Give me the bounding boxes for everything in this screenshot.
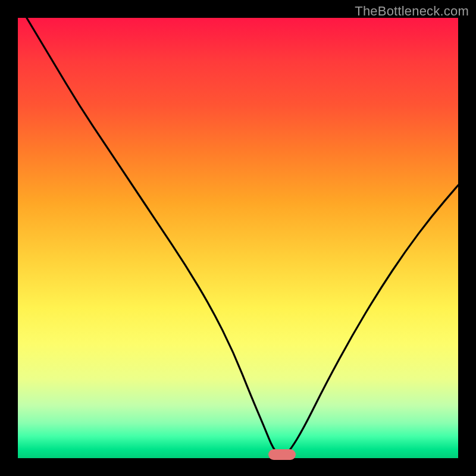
chart-frame: TheBottleneck.com [0, 0, 476, 476]
watermark-text: TheBottleneck.com [355, 4, 469, 19]
plot-area [18, 18, 458, 458]
minimum-marker [268, 449, 296, 460]
bottleneck-curve [18, 18, 458, 458]
